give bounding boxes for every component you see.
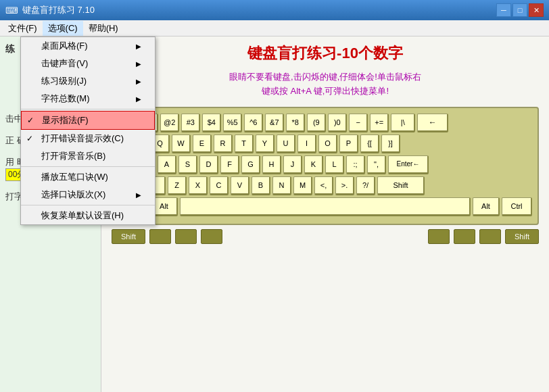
dropdown-divider-1 xyxy=(21,109,155,109)
key-k[interactable]: K xyxy=(304,155,323,174)
key-3[interactable]: #3 xyxy=(181,114,200,132)
dropdown-menu: 桌面风格(F) ▶ 击键声音(V) ▶ 练习级别(J) ▶ 字符总数(M) ▶ … xyxy=(20,36,156,225)
key-4[interactable]: $4 xyxy=(202,114,221,132)
keyboard-instruction: 眼睛不要看键盘,击闪烁的键,仔细体会!单击鼠标右 键或按 Alt+A 键,可弹出… xyxy=(112,70,539,99)
key-5[interactable]: %5 xyxy=(223,114,242,132)
key-lbracket[interactable]: {[ xyxy=(360,134,379,153)
submenu-arrow-1: ▶ xyxy=(136,43,141,50)
bottom-spacer-4 xyxy=(428,229,450,244)
title-bar: ⌨ 键盘盲打练习 7.10 ─ □ ✕ xyxy=(0,0,549,20)
key-t[interactable]: T xyxy=(235,134,254,153)
key-semicolon[interactable]: :; xyxy=(346,155,365,174)
key-minus[interactable]: − xyxy=(349,114,368,132)
keyboard-title: 键盘盲打练习-10个数字 xyxy=(112,43,539,64)
dropdown-item-bg-music[interactable]: 打开背景音乐(B) xyxy=(21,147,155,165)
keyboard-row-3: Caps A S D F G H J K L :; ", Enter← xyxy=(118,155,532,174)
key-f[interactable]: F xyxy=(220,155,239,174)
menu-help[interactable]: 帮助(H) xyxy=(83,21,124,36)
key-comma[interactable]: <, xyxy=(314,176,333,195)
key-rbracket[interactable]: }] xyxy=(381,134,400,153)
key-7[interactable]: &7 xyxy=(265,114,284,132)
menu-file[interactable]: 文件(F) xyxy=(3,21,43,36)
key-x[interactable]: X xyxy=(189,176,208,195)
bottom-spacer-5 xyxy=(454,229,475,244)
key-2[interactable]: @2 xyxy=(160,114,179,132)
maximize-button[interactable]: □ xyxy=(512,3,527,17)
keyboard: ` !1 @2 #3 $4 %5 ^6 &7 *8 (9 )0 − += |\ … xyxy=(112,107,539,225)
submenu-arrow-3: ▶ xyxy=(136,78,141,85)
key-p[interactable]: P xyxy=(339,134,358,153)
dropdown-item-desktop-style[interactable]: 桌面风格(F) ▶ xyxy=(21,37,155,55)
submenu-arrow-4: ▶ xyxy=(136,95,141,103)
keyboard-row-1: ` !1 @2 #3 $4 %5 ^6 &7 *8 (9 )0 − += |\ … xyxy=(118,114,532,132)
window-controls: ─ □ ✕ xyxy=(496,3,544,17)
key-b[interactable]: B xyxy=(252,176,270,195)
bottom-bar: Shift Shift xyxy=(112,229,539,244)
key-m[interactable]: M xyxy=(293,176,312,195)
dropdown-item-key-sound[interactable]: 击键声音(V) ▶ xyxy=(21,55,155,72)
keyboard-row-5: Ctrl Alt Alt Ctrl xyxy=(118,197,532,216)
key-h[interactable]: H xyxy=(262,155,281,174)
keyboard-row-2: Tab Q W E R T Y U I O P {[ }] xyxy=(118,134,532,153)
submenu-arrow-5: ▶ xyxy=(136,191,141,199)
keyboard-area: 键盘盲打练习-10个数字 眼睛不要看键盘,击闪烁的键,仔细体会!单击鼠标右 键或… xyxy=(101,36,549,392)
key-slash[interactable]: ?/ xyxy=(356,176,375,195)
dropdown-divider-2 xyxy=(21,166,155,167)
key-w[interactable]: W xyxy=(172,134,191,153)
dropdown-divider-3 xyxy=(21,205,155,205)
title-bar-text: 键盘盲打练习 7.10 xyxy=(22,4,95,16)
key-j[interactable]: J xyxy=(283,155,302,174)
key-quote[interactable]: ", xyxy=(367,155,386,174)
key-s[interactable]: S xyxy=(178,155,197,174)
key-d[interactable]: D xyxy=(199,155,218,174)
key-e[interactable]: E xyxy=(193,134,212,153)
key-backslash[interactable]: |\ xyxy=(391,114,415,132)
key-equals[interactable]: += xyxy=(370,114,389,132)
bottom-spacer-2 xyxy=(175,229,197,244)
key-u[interactable]: U xyxy=(277,134,295,153)
key-l[interactable]: L xyxy=(325,155,344,174)
bottom-spacer-6 xyxy=(479,229,501,244)
key-0[interactable]: )0 xyxy=(328,114,347,132)
key-enter[interactable]: Enter← xyxy=(388,155,429,174)
dropdown-item-level[interactable]: 练习级别(J) ▶ xyxy=(21,72,155,90)
minimize-button[interactable]: ─ xyxy=(496,3,511,17)
key-z[interactable]: Z xyxy=(168,176,187,195)
key-n[interactable]: N xyxy=(272,176,291,195)
dropdown-item-error-sound[interactable]: 打开错误音提示效(C) xyxy=(21,130,155,147)
key-8[interactable]: *8 xyxy=(286,114,305,132)
key-alt-right[interactable]: Alt xyxy=(473,197,500,216)
submenu-arrow-2: ▶ xyxy=(136,60,141,68)
dropdown-item-rhyme-version[interactable]: 选择口诀版次(X) ▶ xyxy=(21,186,155,203)
key-v[interactable]: V xyxy=(231,176,249,195)
key-9[interactable]: (9 xyxy=(307,114,326,132)
key-a[interactable]: A xyxy=(158,155,176,174)
key-r[interactable]: R xyxy=(214,134,233,153)
dropdown-item-reset[interactable]: 恢复菜单默认设置(H) xyxy=(21,207,155,224)
close-button[interactable]: ✕ xyxy=(529,3,544,17)
key-space[interactable] xyxy=(180,197,471,216)
dropdown-item-char-count[interactable]: 字符总数(M) ▶ xyxy=(21,90,155,107)
bottom-spacer-1 xyxy=(149,229,171,244)
bottom-shift-left[interactable]: Shift xyxy=(112,229,145,244)
dropdown-item-wubi-rhyme[interactable]: 播放五笔口诀(W) xyxy=(21,168,155,186)
bottom-spacer-3 xyxy=(201,229,222,244)
key-backspace[interactable]: ← xyxy=(417,114,448,132)
key-g[interactable]: G xyxy=(241,155,260,174)
key-ctrl-right[interactable]: Ctrl xyxy=(502,197,532,216)
dropdown-item-show-finger[interactable]: 显示指法(F) xyxy=(21,111,155,130)
keyboard-row-4: Shift Z X C V B N M <, >. ?/ Shift xyxy=(118,176,532,195)
key-shift-right[interactable]: Shift xyxy=(377,176,425,195)
key-o[interactable]: O xyxy=(318,134,337,153)
key-6[interactable]: ^6 xyxy=(244,114,263,132)
key-c[interactable]: C xyxy=(210,176,229,195)
bottom-shift-right[interactable]: Shift xyxy=(505,229,539,244)
menu-bar: 文件(F) 选项(C) 帮助(H) xyxy=(0,20,549,36)
menu-options[interactable]: 选项(C) xyxy=(43,21,83,36)
key-i[interactable]: I xyxy=(297,134,316,153)
key-y[interactable]: Y xyxy=(256,134,274,153)
app-icon: ⌨ xyxy=(5,5,18,16)
key-period[interactable]: >. xyxy=(335,176,354,195)
